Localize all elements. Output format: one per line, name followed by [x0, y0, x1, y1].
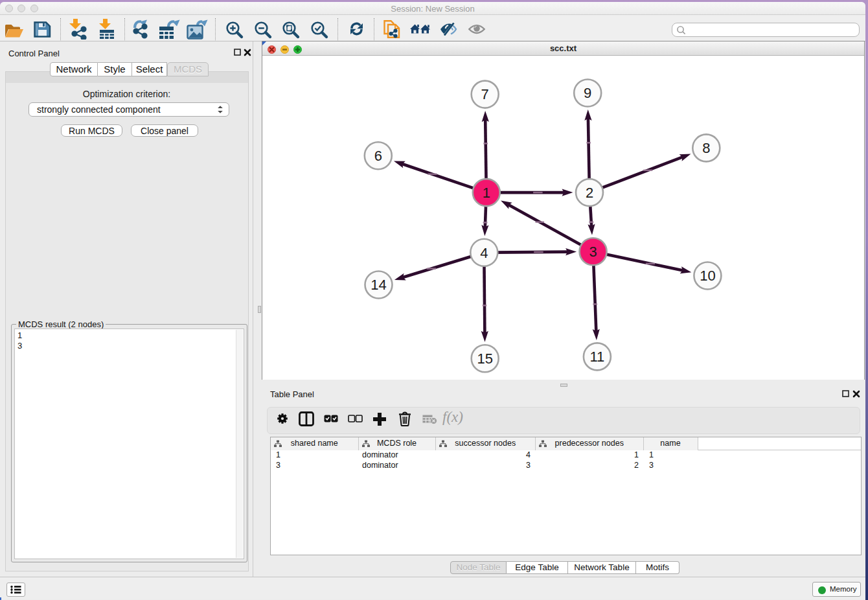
svg-text:14: 14	[371, 277, 386, 293]
svg-text:7: 7	[481, 86, 489, 102]
svg-text:10: 10	[700, 268, 715, 284]
svg-text:11: 11	[589, 349, 604, 365]
svg-text:2: 2	[586, 185, 593, 201]
svg-text:6: 6	[374, 148, 382, 164]
svg-text:15: 15	[477, 351, 492, 367]
svg-text:4: 4	[480, 245, 488, 261]
svg-text:3: 3	[589, 244, 597, 260]
svg-text:9: 9	[584, 85, 591, 101]
svg-text:8: 8	[702, 140, 710, 156]
svg-text:1: 1	[483, 185, 490, 201]
